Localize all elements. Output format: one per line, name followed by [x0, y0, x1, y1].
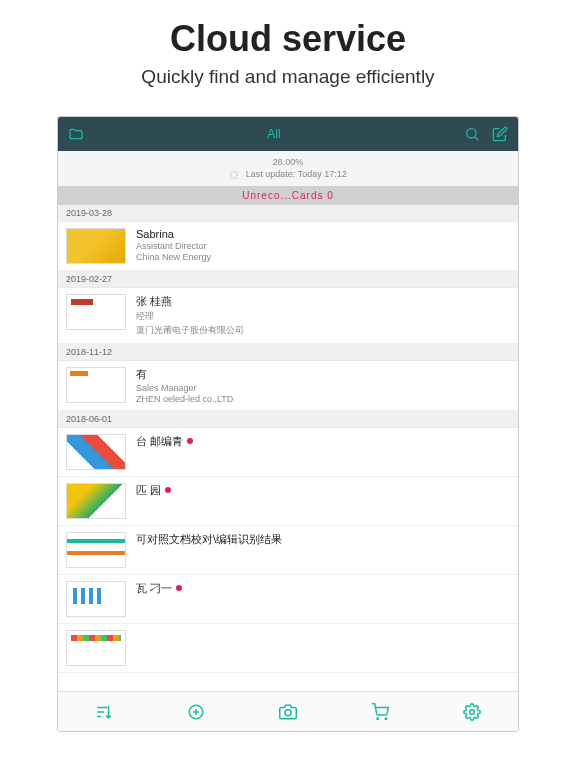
hero-title: Cloud service — [0, 18, 576, 60]
svg-point-3 — [377, 718, 379, 720]
card-title: 经理 — [136, 310, 510, 323]
tab-camera[interactable] — [242, 692, 334, 731]
card-name: 有 — [136, 367, 510, 382]
card-thumbnail — [66, 367, 126, 403]
compose-icon[interactable] — [492, 126, 508, 142]
flag-dot-icon — [165, 487, 171, 493]
svg-point-4 — [385, 718, 387, 720]
card-row[interactable]: 可对照文档校对\编辑识别结果 — [58, 526, 518, 575]
card-thumbnail — [66, 228, 126, 264]
card-name: 张 桂燕 — [136, 294, 510, 309]
card-row[interactable]: 匹 园 — [58, 477, 518, 526]
card-title: Assistant Director — [136, 241, 510, 251]
card-name: 瓦 刁一 — [136, 581, 510, 596]
sync-last-update: Last update: Today 17:12 — [58, 169, 518, 180]
card-info: 台 邮编青 — [136, 434, 510, 449]
card-thumbnail — [66, 532, 126, 568]
cards-list[interactable]: 2019-03-28SabrinaAssistant DirectorChina… — [58, 205, 518, 691]
svg-point-0 — [467, 129, 476, 138]
card-name: 可对照文档校对\编辑识别结果 — [136, 532, 510, 547]
date-header: 2019-02-27 — [58, 271, 518, 288]
card-title: Sales Manager — [136, 383, 510, 393]
card-info: 瓦 刁一 — [136, 581, 510, 596]
card-name: 匹 园 — [136, 483, 510, 498]
card-thumbnail — [66, 483, 126, 519]
card-info: 有Sales ManagerZHEN oeled-led co.,LTD — [136, 367, 510, 404]
card-info: 匹 园 — [136, 483, 510, 498]
sync-percent: 28.00% — [58, 157, 518, 167]
card-thumbnail — [66, 581, 126, 617]
card-row[interactable]: 瓦 刁一 — [58, 575, 518, 624]
folder-icon[interactable] — [68, 126, 84, 142]
date-header: 2018-11-12 — [58, 344, 518, 361]
tab-settings[interactable] — [426, 692, 518, 731]
tab-sort[interactable] — [58, 692, 150, 731]
card-info: SabrinaAssistant DirectorChina New Energ… — [136, 228, 510, 262]
date-header: 2018-06-01 — [58, 411, 518, 428]
date-header: 2019-03-28 — [58, 205, 518, 222]
svg-point-2 — [285, 709, 291, 715]
flag-dot-icon — [176, 585, 182, 591]
svg-point-5 — [470, 709, 475, 714]
tab-bar — [58, 691, 518, 731]
card-row[interactable]: SabrinaAssistant DirectorChina New Energ… — [58, 222, 518, 271]
card-info: 可对照文档校对\编辑识别结果 — [136, 532, 510, 547]
card-company: 厦门光莆电子股份有限公司 — [136, 324, 510, 337]
topbar: All — [58, 117, 518, 151]
card-row[interactable]: 台 邮编青 — [58, 428, 518, 477]
search-icon[interactable] — [464, 126, 480, 142]
tab-cart[interactable] — [334, 692, 426, 731]
card-name: 台 邮编青 — [136, 434, 510, 449]
hero-subtitle: Quickly find and manage efficiently — [0, 66, 576, 88]
card-thumbnail — [66, 294, 126, 330]
app-frame: All 28.00% Last update: Today 17:12 Unre… — [57, 116, 519, 732]
card-thumbnail — [66, 434, 126, 470]
card-name: Sabrina — [136, 228, 510, 240]
spinner-icon — [229, 170, 239, 180]
sync-status: 28.00% Last update: Today 17:12 — [58, 151, 518, 186]
unrecognized-banner[interactable]: Unreco...Cards 0 — [58, 186, 518, 205]
card-row[interactable]: 张 桂燕经理厦门光莆电子股份有限公司 — [58, 288, 518, 344]
flag-dot-icon — [187, 438, 193, 444]
card-row[interactable]: 有Sales ManagerZHEN oeled-led co.,LTD — [58, 361, 518, 411]
card-thumbnail — [66, 630, 126, 666]
card-company: ZHEN oeled-led co.,LTD — [136, 394, 510, 404]
card-info: 张 桂燕经理厦门光莆电子股份有限公司 — [136, 294, 510, 337]
card-row[interactable] — [58, 624, 518, 673]
tab-add[interactable] — [150, 692, 242, 731]
topbar-title[interactable]: All — [267, 127, 280, 141]
card-company: China New Energy — [136, 252, 510, 262]
